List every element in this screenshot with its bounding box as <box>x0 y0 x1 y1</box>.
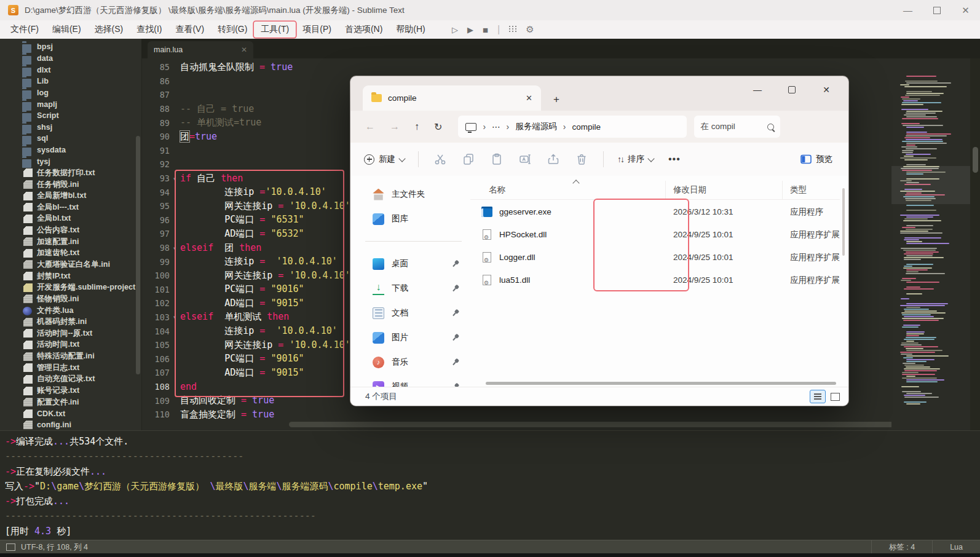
file-row[interactable]: HPSocket.dll 2024/9/25 10:01 应用程序扩展 <box>470 223 848 246</box>
gear-icon[interactable]: ⚙ <box>526 24 534 35</box>
column-header-name[interactable]: 名称 <box>470 181 666 199</box>
new-button[interactable]: 新建 <box>364 154 405 165</box>
build-console[interactable]: ->编译完成...共534个文件.-----------------------… <box>0 430 980 540</box>
sidebar-file-item[interactable]: CDK.txt <box>0 408 141 420</box>
nav-sidebar-item[interactable]: 主文件夹 <box>350 182 470 207</box>
cut-icon[interactable] <box>434 153 446 165</box>
search-input[interactable]: 在 compil <box>694 116 780 138</box>
menu-item[interactable]: 首选项(N) <box>338 22 389 38</box>
breadcrumb-ellipsis[interactable]: ⋯ <box>492 122 500 132</box>
tab-close-icon[interactable]: ✕ <box>241 45 247 54</box>
copy-icon[interactable] <box>462 153 475 165</box>
refresh-icon[interactable]: ↻ <box>434 121 442 133</box>
sidebar-file-item[interactable]: 加速配置.ini <box>0 236 141 248</box>
rename-icon[interactable] <box>519 153 531 165</box>
code-line[interactable]: 85 自动抓鬼全队限制 = true <box>141 60 891 74</box>
explorer-horizontal-scrollbar[interactable] <box>486 382 836 385</box>
editor-horizontal-scrollbar[interactable] <box>289 422 957 427</box>
breadcrumb[interactable]: › ⋯ › 服务端源码 › compile <box>458 116 687 138</box>
sidebar-file-item[interactable]: Lib <box>0 76 141 87</box>
syntax-indicator[interactable]: Lua <box>932 540 980 554</box>
icons-view-button[interactable] <box>831 393 840 401</box>
nav-sidebar-item[interactable]: 图库 <box>350 207 470 231</box>
details-view-button[interactable] <box>810 390 826 403</box>
menu-item[interactable]: 帮助(H) <box>389 22 432 38</box>
explorer-tab-compile[interactable]: compile ✕ <box>363 85 541 111</box>
new-tab-button[interactable]: + <box>553 93 559 106</box>
layout-dots-icon[interactable] <box>509 26 516 33</box>
run-icon[interactable]: ▶ <box>467 26 473 34</box>
sidebar-file-item[interactable]: dlxt <box>0 64 141 76</box>
menu-item[interactable]: 选择(S) <box>88 22 130 38</box>
fold-arrow-icon[interactable]: ▾ <box>170 314 180 320</box>
nav-sidebar-item[interactable]: 桌面 <box>350 251 470 276</box>
sidebar-file-item[interactable]: 全局bl---.txt <box>0 202 141 213</box>
menu-item[interactable]: 文件(F) <box>4 22 45 38</box>
minimap-viewport[interactable] <box>891 166 970 204</box>
paste-icon[interactable] <box>491 153 503 165</box>
sidebar-file-item[interactable]: 自动充值记录.txt <box>0 374 141 385</box>
column-header-type[interactable]: 类型 <box>783 181 840 199</box>
search-icon[interactable] <box>767 124 774 130</box>
sidebar-file-item[interactable]: 管理日志.txt <box>0 362 141 374</box>
explorer-close-button[interactable]: ✕ <box>809 76 844 103</box>
explorer-maximize-button[interactable] <box>775 76 809 103</box>
sidebar-file-item[interactable]: 开发服务端.sublime-project <box>0 282 141 293</box>
sort-button[interactable]: ↑↓ 排序 <box>617 154 654 165</box>
sidebar-file-item[interactable]: 公告内容.txt <box>0 224 141 236</box>
breadcrumb-item-current[interactable]: compile <box>572 122 601 132</box>
nav-sidebar-item[interactable]: 文档 <box>350 301 470 325</box>
sidebar-file-item[interactable]: 全局bl.txt <box>0 213 141 225</box>
breadcrumb-item-parent[interactable]: 服务端源码 <box>515 121 557 132</box>
sidebar-file-item[interactable]: config.ini <box>0 419 141 430</box>
menu-item[interactable]: 编辑(E) <box>45 22 88 38</box>
file-row[interactable]: Logger.dll 2024/9/25 10:01 应用程序扩展 <box>470 246 848 269</box>
panel-toggle-icon[interactable] <box>6 543 15 551</box>
nav-sidebar-item[interactable]: ♪ 音乐 <box>350 350 470 374</box>
sidebar-file-item[interactable]: 任务销毁.ini <box>0 179 141 191</box>
menu-item[interactable]: 查找(I) <box>130 22 168 38</box>
explorer-minimize-button[interactable]: — <box>740 76 775 103</box>
sidebar-file-item[interactable]: 机器码封禁.ini <box>0 316 141 328</box>
up-icon[interactable]: ↑ <box>414 121 419 132</box>
scrollbar-thumb[interactable] <box>973 147 978 173</box>
sidebar-file-item[interactable]: log <box>0 87 141 99</box>
code-line[interactable]: 110 盲盒抽奖定制 = true <box>141 408 891 422</box>
sidebar-file-item[interactable]: sysdata <box>0 144 141 156</box>
sidebar-file-item[interactable]: 全局新增bl.txt <box>0 190 141 202</box>
fold-arrow-icon[interactable]: ▾ <box>170 245 180 251</box>
column-header-date[interactable]: 修改日期 <box>666 181 783 199</box>
sidebar-file-item[interactable]: 配置文件.ini <box>0 397 141 408</box>
sidebar-file-item[interactable]: sql <box>0 133 141 144</box>
sidebar-file-item[interactable]: 账号记录.txt <box>0 385 141 397</box>
sidebar-file-item[interactable]: bpsj <box>0 41 141 53</box>
nav-sidebar-item[interactable]: ▶ 视频 <box>350 374 470 387</box>
sidebar-file-item[interactable]: 活动时间.txt <box>0 339 141 351</box>
sidebar-file-item[interactable]: 任务数据打印.txt <box>0 167 141 179</box>
menu-item[interactable]: 查看(V) <box>168 22 211 38</box>
sidebar-file-item[interactable]: 大雁塔验证白名单.ini <box>0 259 141 271</box>
stop-icon[interactable]: ■ <box>483 25 488 34</box>
tab-size-indicator[interactable]: 标签 : 4 <box>871 540 932 554</box>
run-outline-icon[interactable]: ▷ <box>452 26 458 34</box>
minimap[interactable] <box>891 58 970 430</box>
menu-item[interactable]: 转到(G) <box>211 22 254 38</box>
fold-arrow-icon[interactable]: ▾ <box>170 175 180 182</box>
tab-main-lua[interactable]: main.lua ✕ <box>148 41 253 58</box>
preview-button[interactable]: 预览 <box>800 154 832 165</box>
menu-item[interactable]: 项目(P) <box>296 22 338 38</box>
menu-item[interactable]: 工具(T) <box>254 22 296 38</box>
sidebar-file-item[interactable]: data <box>0 53 141 65</box>
editor-vertical-scrollbar[interactable] <box>970 58 980 430</box>
file-row[interactable]: lua51.dll 2024/9/25 10:01 应用程序扩展 <box>470 269 848 291</box>
more-options-icon[interactable]: ••• <box>668 154 681 165</box>
explorer-tab-close-icon[interactable]: ✕ <box>526 93 532 103</box>
sidebar-file-item[interactable]: 加速齿轮.txt <box>0 248 141 259</box>
sidebar-file-item[interactable]: 封禁IP.txt <box>0 271 141 282</box>
file-row[interactable]: ggeserver.exe 2026/3/12 10:31 应用程序 <box>470 200 848 223</box>
this-pc-icon[interactable] <box>465 123 476 131</box>
nav-sidebar-item[interactable]: 图片 <box>350 325 470 350</box>
sidebar-file-item[interactable]: shsj <box>0 121 141 133</box>
sidebar-file-item[interactable]: 特殊活动配置.ini <box>0 350 141 362</box>
share-icon[interactable] <box>547 153 559 165</box>
